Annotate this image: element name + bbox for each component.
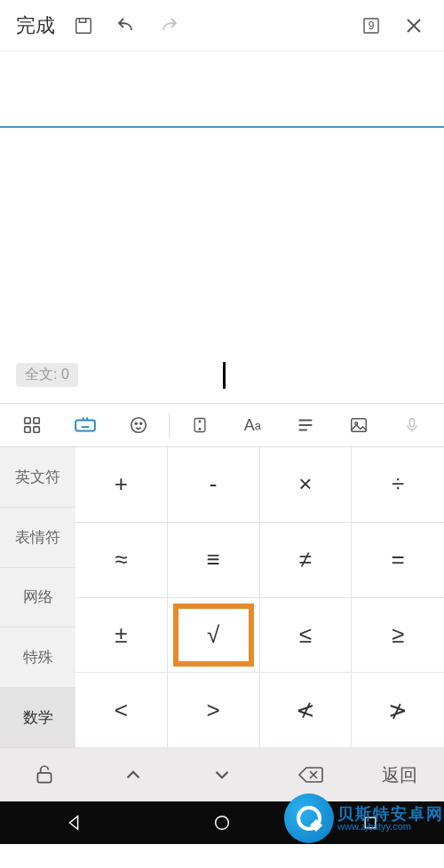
nav-back-icon[interactable] bbox=[56, 813, 91, 832]
svg-point-11 bbox=[199, 421, 201, 422]
close-icon[interactable] bbox=[392, 15, 435, 36]
align-icon[interactable] bbox=[279, 404, 332, 446]
symbol-key[interactable]: ÷ bbox=[352, 447, 444, 523]
svg-rect-0 bbox=[76, 18, 91, 33]
svg-rect-6 bbox=[75, 421, 95, 431]
emoji-icon[interactable] bbox=[112, 404, 165, 446]
android-nav-bar bbox=[0, 801, 444, 844]
svg-point-8 bbox=[135, 422, 137, 424]
category-tab[interactable]: 表情符 bbox=[0, 508, 75, 568]
format-toolbar: Aa bbox=[0, 403, 444, 447]
svg-rect-2 bbox=[25, 418, 30, 423]
editor-body-area[interactable]: 全文: 0 bbox=[0, 128, 444, 403]
done-button[interactable]: 完成 bbox=[9, 12, 62, 39]
symbol-key[interactable]: = bbox=[352, 523, 444, 598]
symbol-key[interactable]: - bbox=[168, 447, 260, 523]
return-button[interactable]: 返回 bbox=[355, 748, 444, 801]
symbol-key[interactable]: < bbox=[75, 673, 168, 748]
symbol-key[interactable]: ± bbox=[75, 598, 168, 674]
svg-point-12 bbox=[199, 428, 201, 430]
font-size-badge[interactable]: 9 bbox=[350, 15, 392, 36]
svg-rect-13 bbox=[352, 419, 367, 432]
svg-rect-5 bbox=[34, 427, 39, 432]
symbol-key[interactable]: ≤ bbox=[260, 598, 353, 674]
keyboard-icon[interactable] bbox=[59, 404, 112, 446]
symbol-key[interactable]: ≡ bbox=[168, 523, 260, 598]
nav-home-icon[interactable] bbox=[204, 813, 240, 832]
mic-icon[interactable] bbox=[385, 404, 439, 446]
save-icon[interactable] bbox=[62, 16, 105, 36]
symbol-key[interactable]: × bbox=[260, 447, 353, 523]
fullscreen-icon[interactable] bbox=[173, 404, 226, 446]
backspace-icon[interactable] bbox=[266, 748, 355, 801]
editor-title-area[interactable] bbox=[0, 51, 444, 128]
category-tab[interactable]: 网络 bbox=[0, 568, 75, 628]
chevron-up-icon[interactable] bbox=[89, 748, 178, 801]
text-cursor bbox=[223, 362, 226, 389]
symbol-key[interactable]: ≮ bbox=[260, 673, 353, 748]
symbol-key[interactable]: ≥ bbox=[352, 598, 444, 674]
svg-rect-15 bbox=[410, 419, 415, 427]
symbol-panel: 英文符表情符网络特殊数学 +-×÷≈≡≠=±√≤≥<>≮≯ bbox=[0, 447, 444, 748]
svg-point-17 bbox=[216, 817, 229, 830]
undo-icon[interactable] bbox=[105, 15, 147, 36]
top-toolbar: 完成 9 bbox=[0, 0, 444, 51]
symbol-key[interactable]: √ bbox=[168, 598, 260, 674]
symbol-key[interactable]: + bbox=[75, 447, 168, 523]
chevron-down-icon[interactable] bbox=[178, 748, 266, 801]
svg-point-7 bbox=[131, 418, 146, 433]
symbol-grid: +-×÷≈≡≠=±√≤≥<>≮≯ bbox=[75, 447, 444, 748]
category-tab[interactable]: 英文符 bbox=[0, 447, 75, 508]
category-tab[interactable]: 数学 bbox=[0, 688, 75, 748]
keyboard-bottom-row: 返回 bbox=[0, 748, 444, 801]
category-list: 英文符表情符网络特殊数学 bbox=[0, 447, 75, 748]
symbol-key[interactable]: ≠ bbox=[260, 523, 353, 598]
svg-rect-18 bbox=[365, 817, 376, 828]
category-tab[interactable]: 特殊 bbox=[0, 627, 75, 688]
symbol-key[interactable]: ≈ bbox=[75, 523, 168, 598]
font-icon[interactable]: Aa bbox=[226, 404, 280, 446]
symbol-key[interactable]: ≯ bbox=[352, 673, 444, 748]
apps-icon[interactable] bbox=[5, 404, 59, 446]
lock-icon[interactable] bbox=[0, 748, 89, 801]
redo-icon bbox=[147, 15, 190, 36]
image-icon[interactable] bbox=[332, 404, 385, 446]
nav-recent-icon[interactable] bbox=[353, 814, 388, 832]
svg-point-9 bbox=[140, 422, 142, 424]
word-count-badge: 全文: 0 bbox=[16, 363, 78, 387]
svg-rect-16 bbox=[37, 773, 51, 783]
svg-rect-3 bbox=[34, 418, 39, 423]
symbol-key[interactable]: > bbox=[168, 673, 260, 748]
svg-rect-4 bbox=[25, 427, 30, 432]
